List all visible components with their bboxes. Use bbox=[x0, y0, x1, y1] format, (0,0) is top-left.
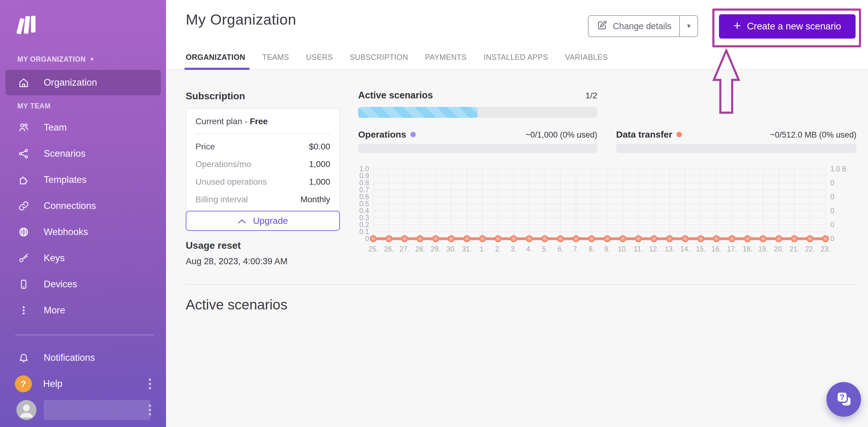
svg-text:16.: 16. bbox=[711, 245, 721, 253]
user-name-redacted bbox=[44, 400, 151, 420]
help-kebab-menu-icon[interactable] bbox=[147, 377, 153, 391]
current-plan-row: Current plan - Free bbox=[186, 109, 339, 134]
operations-dot-icon bbox=[410, 132, 416, 137]
sidebar-item-connections[interactable]: Connections bbox=[5, 193, 161, 219]
active-tab-underline bbox=[185, 68, 249, 70]
svg-text:?: ? bbox=[840, 393, 845, 402]
subscription-row-billing: Billing interval Monthly bbox=[186, 191, 339, 208]
sidebar-item-devices[interactable]: Devices bbox=[5, 272, 161, 297]
svg-text:17.: 17. bbox=[727, 245, 737, 253]
tab-users[interactable]: USERS bbox=[306, 53, 333, 70]
svg-text:29.: 29. bbox=[431, 245, 441, 253]
active-scenarios-label: Active scenarios bbox=[358, 90, 433, 101]
sidebar-item-label: Connections bbox=[44, 200, 96, 211]
key-icon bbox=[18, 252, 30, 264]
svg-text:5.: 5. bbox=[542, 245, 548, 253]
usage-chart-container: 1.00.90.80.70.60.50.40.30.20.101.0 B0000… bbox=[341, 162, 857, 258]
sidebar-divider bbox=[15, 335, 154, 335]
data-transfer-label: Data transfer bbox=[616, 130, 682, 140]
user-kebab-menu-icon[interactable] bbox=[147, 403, 153, 417]
sidebar-item-scenarios[interactable]: Scenarios bbox=[5, 141, 161, 166]
svg-text:0: 0 bbox=[830, 221, 834, 229]
tab-variables[interactable]: VARIABLES bbox=[565, 53, 608, 70]
sidebar-item-label: Team bbox=[44, 122, 67, 133]
operations-label: Operations bbox=[358, 130, 416, 140]
svg-text:22.: 22. bbox=[805, 245, 815, 253]
sidebar-item-team[interactable]: Team bbox=[5, 115, 161, 140]
chevron-down-icon: ▼ bbox=[89, 56, 94, 62]
sidebar-item-keys[interactable]: Keys bbox=[5, 246, 161, 271]
svg-text:18.: 18. bbox=[743, 245, 752, 253]
sidebar-item-help[interactable]: ? Help bbox=[5, 371, 161, 397]
user-avatar bbox=[17, 400, 36, 420]
svg-text:23.: 23. bbox=[820, 245, 830, 253]
svg-text:14.: 14. bbox=[680, 245, 690, 253]
svg-text:20.: 20. bbox=[774, 245, 784, 253]
svg-text:0: 0 bbox=[830, 235, 834, 243]
svg-text:8.: 8. bbox=[589, 245, 594, 253]
sidebar-user-row[interactable] bbox=[5, 397, 161, 423]
sidebar-item-templates[interactable]: Templates bbox=[5, 167, 161, 193]
tab-organization[interactable]: ORGANIZATION bbox=[186, 53, 245, 70]
sidebar-item-label: Keys bbox=[44, 253, 65, 264]
svg-text:1.: 1. bbox=[479, 245, 485, 253]
sidebar-item-label: Notifications bbox=[44, 352, 95, 363]
sidebar-item-notifications[interactable]: Notifications bbox=[5, 345, 161, 371]
sidebar-item-label: Scenarios bbox=[44, 148, 86, 159]
sidebar-item-label: Webhooks bbox=[44, 227, 88, 237]
active-scenarios-progress-fill bbox=[358, 107, 478, 118]
sidebar: MY ORGANIZATION ▼ Organization MY TEAM T… bbox=[0, 0, 166, 427]
svg-text:27.: 27. bbox=[400, 245, 409, 253]
sidebar-item-more[interactable]: More bbox=[5, 297, 161, 323]
edit-pencil-icon bbox=[597, 20, 607, 32]
operations-progressbar bbox=[358, 144, 597, 153]
organization-switcher[interactable]: MY ORGANIZATION ▼ bbox=[17, 55, 95, 63]
help-chat-icon: ? bbox=[833, 389, 854, 410]
change-details-button[interactable]: Change details bbox=[588, 16, 679, 36]
sidebar-item-label: More bbox=[44, 305, 65, 316]
change-details-label: Change details bbox=[613, 21, 671, 31]
svg-text:4.: 4. bbox=[526, 245, 532, 253]
svg-text:28.: 28. bbox=[415, 245, 425, 253]
tab-bar: ORGANIZATION TEAMS USERS SUBSCRIPTION PA… bbox=[186, 53, 608, 70]
plus-icon: + bbox=[734, 19, 741, 33]
svg-text:13.: 13. bbox=[665, 245, 674, 253]
svg-text:31.: 31. bbox=[462, 245, 472, 253]
organization-switcher-label: MY ORGANIZATION bbox=[17, 55, 86, 63]
svg-text:21.: 21. bbox=[789, 245, 799, 253]
svg-text:9.: 9. bbox=[604, 245, 610, 253]
svg-text:3.: 3. bbox=[511, 245, 517, 253]
svg-text:26.: 26. bbox=[384, 245, 394, 253]
change-details-dropdown-button[interactable]: ▼ bbox=[679, 16, 698, 36]
data-transfer-dot-icon bbox=[677, 132, 682, 137]
svg-text:1.0 B: 1.0 B bbox=[830, 165, 847, 173]
active-scenarios-count: 1/2 bbox=[585, 91, 597, 101]
change-details-split-button: Change details ▼ bbox=[588, 15, 698, 37]
active-scenarios-section-title: Active scenarios bbox=[186, 296, 287, 313]
create-scenario-label: Create a new scenario bbox=[747, 21, 841, 32]
svg-text:0: 0 bbox=[830, 207, 834, 215]
chevron-up-icon bbox=[238, 216, 246, 226]
page-title: My Organization bbox=[186, 11, 296, 28]
sidebar-item-organization[interactable]: Organization bbox=[5, 70, 161, 95]
subscription-heading: Subscription bbox=[186, 90, 245, 102]
create-new-scenario-button[interactable]: + Create a new scenario bbox=[719, 14, 856, 38]
usage-chart: 1.00.90.80.70.60.50.40.30.20.101.0 B0000… bbox=[341, 162, 857, 257]
sidebar-item-webhooks[interactable]: Webhooks bbox=[5, 219, 161, 245]
svg-text:2.: 2. bbox=[495, 245, 501, 253]
tab-teams[interactable]: TEAMS bbox=[262, 53, 289, 70]
make-logo[interactable] bbox=[16, 12, 38, 38]
current-plan-name: Free bbox=[250, 117, 268, 126]
svg-text:11.: 11. bbox=[634, 245, 643, 253]
tab-subscription[interactable]: SUBSCRIPTION bbox=[350, 53, 408, 70]
help-chat-fab[interactable]: ? bbox=[827, 382, 861, 417]
tab-payments[interactable]: PAYMENTS bbox=[425, 53, 467, 70]
operations-meter-header: Operations ~0/1,000 (0% used) bbox=[358, 130, 597, 140]
ellipsis-vertical-icon bbox=[18, 304, 30, 316]
upgrade-button[interactable]: Upgrade bbox=[186, 211, 340, 231]
svg-text:15.: 15. bbox=[696, 245, 706, 253]
card-divider bbox=[195, 134, 331, 134]
tab-installed-apps[interactable]: INSTALLED APPS bbox=[484, 53, 548, 70]
link-icon bbox=[18, 200, 30, 212]
page-header: My Organization ORGANIZATION TEAMS USERS… bbox=[166, 0, 868, 70]
